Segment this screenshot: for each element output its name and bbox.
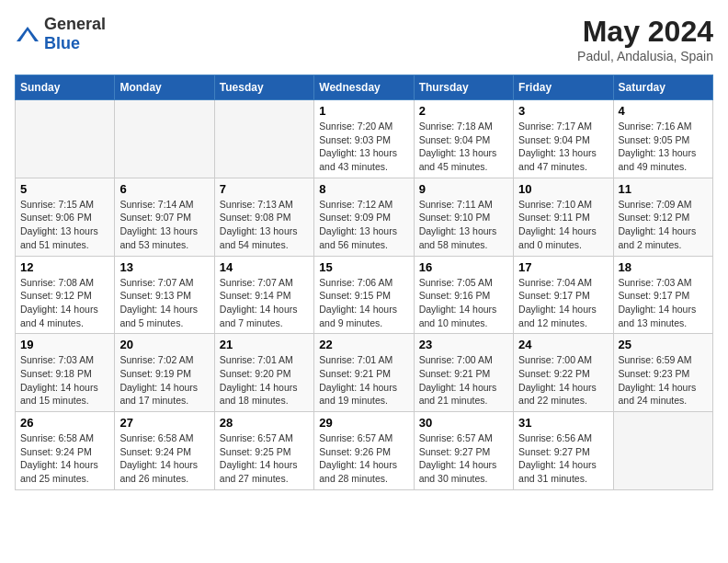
calendar-cell: 4Sunrise: 7:16 AMSunset: 9:05 PMDaylight…: [613, 100, 712, 178]
logo-general-text: General: [44, 15, 106, 33]
day-info: Sunrise: 7:09 AMSunset: 9:12 PMDaylight:…: [619, 199, 697, 250]
day-info: Sunrise: 7:02 AMSunset: 9:19 PMDaylight:…: [119, 354, 198, 406]
day-info: Sunrise: 7:16 AMSunset: 9:05 PMDaylight:…: [619, 121, 697, 172]
calendar-cell: 26Sunrise: 6:58 AMSunset: 9:24 PMDayligh…: [16, 412, 115, 490]
logo-icon: [15, 25, 40, 43]
calendar-cell: [613, 412, 712, 490]
day-info: Sunrise: 6:58 AMSunset: 9:24 PMDaylight:…: [20, 432, 98, 484]
day-info: Sunrise: 7:05 AMSunset: 9:16 PMDaylight:…: [419, 277, 497, 328]
day-info: Sunrise: 7:03 AMSunset: 9:17 PMDaylight:…: [619, 277, 697, 328]
calendar-cell: 31Sunrise: 6:56 AMSunset: 9:27 PMDayligh…: [514, 412, 613, 490]
day-number: 11: [619, 182, 708, 196]
day-info: Sunrise: 6:57 AMSunset: 9:25 PMDaylight:…: [220, 432, 298, 484]
day-info: Sunrise: 6:58 AMSunset: 9:24 PMDaylight:…: [119, 432, 198, 484]
day-info: Sunrise: 7:06 AMSunset: 9:15 PMDaylight:…: [319, 277, 397, 328]
day-number: 28: [220, 416, 309, 430]
day-info: Sunrise: 7:18 AMSunset: 9:04 PMDaylight:…: [419, 121, 497, 172]
day-info: Sunrise: 6:57 AMSunset: 9:26 PMDaylight:…: [319, 432, 397, 484]
day-number: 23: [419, 338, 508, 351]
calendar-cell: 1Sunrise: 7:20 AMSunset: 9:03 PMDaylight…: [314, 100, 414, 178]
weekday-header-row: SundayMondayTuesdayWednesdayThursdayFrid…: [16, 75, 713, 100]
day-info: Sunrise: 7:10 AMSunset: 9:11 PMDaylight:…: [518, 199, 597, 250]
calendar-cell: 9Sunrise: 7:11 AMSunset: 9:10 PMDaylight…: [414, 178, 513, 256]
calendar-cell: 13Sunrise: 7:07 AMSunset: 9:13 PMDayligh…: [115, 256, 214, 334]
calendar-cell: 6Sunrise: 7:14 AMSunset: 9:07 PMDaylight…: [115, 178, 214, 256]
day-number: 16: [419, 260, 508, 274]
weekday-header-thursday: Thursday: [414, 75, 513, 100]
day-number: 27: [119, 416, 209, 430]
day-number: 30: [419, 416, 508, 430]
day-info: Sunrise: 7:03 AMSunset: 9:18 PMDaylight:…: [20, 354, 98, 406]
weekday-header-monday: Monday: [115, 75, 214, 100]
title-block: May 2024 Padul, Andalusia, Spain: [577, 15, 713, 63]
calendar-cell: 21Sunrise: 7:01 AMSunset: 9:20 PMDayligh…: [214, 334, 313, 412]
day-info: Sunrise: 7:00 AMSunset: 9:21 PMDaylight:…: [419, 354, 497, 406]
logo: General Blue: [15, 15, 106, 53]
day-number: 22: [319, 338, 408, 351]
day-number: 12: [20, 260, 109, 274]
day-number: 25: [619, 338, 708, 351]
calendar-cell: 22Sunrise: 7:01 AMSunset: 9:21 PMDayligh…: [314, 334, 414, 412]
weekday-header-sunday: Sunday: [16, 75, 115, 100]
calendar-cell: 5Sunrise: 7:15 AMSunset: 9:06 PMDaylight…: [16, 178, 115, 256]
calendar-cell: 16Sunrise: 7:05 AMSunset: 9:16 PMDayligh…: [414, 256, 513, 334]
day-number: 31: [518, 416, 608, 430]
location-subtitle: Padul, Andalusia, Spain: [577, 49, 713, 63]
day-number: 8: [319, 182, 408, 196]
day-number: 15: [319, 260, 408, 274]
day-number: 13: [119, 260, 209, 274]
calendar-week-row: 19Sunrise: 7:03 AMSunset: 9:18 PMDayligh…: [16, 334, 713, 412]
calendar-cell: [214, 100, 313, 178]
day-number: 19: [20, 338, 109, 351]
day-number: 5: [20, 182, 109, 196]
day-info: Sunrise: 7:15 AMSunset: 9:06 PMDaylight:…: [20, 199, 98, 250]
calendar-cell: 19Sunrise: 7:03 AMSunset: 9:18 PMDayligh…: [16, 334, 115, 412]
calendar-week-row: 1Sunrise: 7:20 AMSunset: 9:03 PMDaylight…: [16, 100, 713, 178]
day-number: 4: [619, 104, 708, 118]
calendar-cell: 18Sunrise: 7:03 AMSunset: 9:17 PMDayligh…: [613, 256, 712, 334]
calendar-week-row: 12Sunrise: 7:08 AMSunset: 9:12 PMDayligh…: [16, 256, 713, 334]
calendar-cell: 11Sunrise: 7:09 AMSunset: 9:12 PMDayligh…: [613, 178, 712, 256]
calendar-cell: 2Sunrise: 7:18 AMSunset: 9:04 PMDaylight…: [414, 100, 513, 178]
day-info: Sunrise: 7:07 AMSunset: 9:13 PMDaylight:…: [119, 277, 198, 328]
day-info: Sunrise: 7:04 AMSunset: 9:17 PMDaylight:…: [518, 277, 597, 328]
day-info: Sunrise: 7:07 AMSunset: 9:14 PMDaylight:…: [220, 277, 298, 328]
day-info: Sunrise: 7:01 AMSunset: 9:21 PMDaylight:…: [319, 354, 397, 406]
day-number: 20: [119, 338, 209, 351]
day-info: Sunrise: 6:59 AMSunset: 9:23 PMDaylight:…: [619, 354, 697, 406]
calendar-cell: 20Sunrise: 7:02 AMSunset: 9:19 PMDayligh…: [115, 334, 214, 412]
calendar-cell: 27Sunrise: 6:58 AMSunset: 9:24 PMDayligh…: [115, 412, 214, 490]
day-number: 24: [518, 338, 608, 351]
weekday-header-tuesday: Tuesday: [214, 75, 313, 100]
page-header: General Blue May 2024 Padul, Andalusia, …: [15, 15, 713, 63]
day-number: 21: [220, 338, 309, 351]
calendar-cell: 12Sunrise: 7:08 AMSunset: 9:12 PMDayligh…: [16, 256, 115, 334]
day-info: Sunrise: 7:14 AMSunset: 9:07 PMDaylight:…: [119, 199, 198, 250]
logo-blue-text: Blue: [44, 34, 80, 52]
calendar-table: SundayMondayTuesdayWednesdayThursdayFrid…: [15, 75, 713, 490]
calendar-cell: 29Sunrise: 6:57 AMSunset: 9:26 PMDayligh…: [314, 412, 414, 490]
weekday-header-friday: Friday: [514, 75, 613, 100]
calendar-week-row: 26Sunrise: 6:58 AMSunset: 9:24 PMDayligh…: [16, 412, 713, 490]
day-number: 29: [319, 416, 408, 430]
day-number: 14: [220, 260, 309, 274]
day-info: Sunrise: 7:08 AMSunset: 9:12 PMDaylight:…: [20, 277, 98, 328]
day-info: Sunrise: 7:13 AMSunset: 9:08 PMDaylight:…: [220, 199, 298, 250]
calendar-cell: 10Sunrise: 7:10 AMSunset: 9:11 PMDayligh…: [514, 178, 613, 256]
day-number: 26: [20, 416, 109, 430]
day-number: 3: [518, 104, 608, 118]
day-info: Sunrise: 7:12 AMSunset: 9:09 PMDaylight:…: [319, 199, 397, 250]
calendar-cell: 25Sunrise: 6:59 AMSunset: 9:23 PMDayligh…: [613, 334, 712, 412]
day-info: Sunrise: 7:11 AMSunset: 9:10 PMDaylight:…: [419, 199, 497, 250]
calendar-cell: 28Sunrise: 6:57 AMSunset: 9:25 PMDayligh…: [214, 412, 313, 490]
day-info: Sunrise: 7:00 AMSunset: 9:22 PMDaylight:…: [518, 354, 597, 406]
calendar-cell: 17Sunrise: 7:04 AMSunset: 9:17 PMDayligh…: [514, 256, 613, 334]
calendar-cell: [16, 100, 115, 178]
weekday-header-saturday: Saturday: [613, 75, 712, 100]
calendar-cell: 23Sunrise: 7:00 AMSunset: 9:21 PMDayligh…: [414, 334, 513, 412]
day-info: Sunrise: 6:57 AMSunset: 9:27 PMDaylight:…: [419, 432, 497, 484]
day-info: Sunrise: 6:56 AMSunset: 9:27 PMDaylight:…: [518, 432, 597, 484]
calendar-cell: 24Sunrise: 7:00 AMSunset: 9:22 PMDayligh…: [514, 334, 613, 412]
calendar-cell: 8Sunrise: 7:12 AMSunset: 9:09 PMDaylight…: [314, 178, 414, 256]
day-number: 9: [419, 182, 508, 196]
